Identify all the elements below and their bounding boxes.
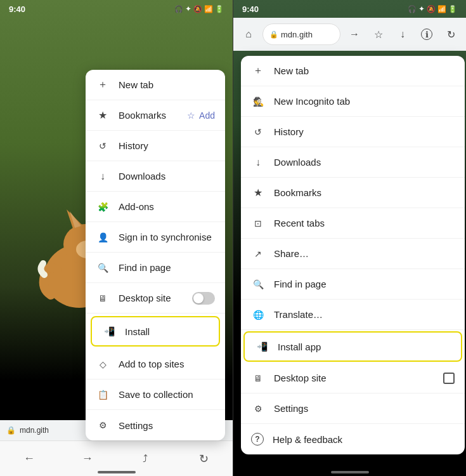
translate-label: Translate… xyxy=(274,309,455,320)
downloads-icon-r: ↓ xyxy=(251,155,265,169)
add-bookmark-label: Add xyxy=(199,110,215,121)
bluetooth-icon: ✦ xyxy=(185,4,191,13)
right-status-bar: 9:40 🎧 ✦ 🔕 📶 🔋 xyxy=(233,0,466,18)
menu-item-share[interactable]: ↗ Share… xyxy=(241,239,465,269)
top-sites-label: Add to top sites xyxy=(119,359,215,369)
left-panel: 9:40 🎧 ✦ 🔕 📶 🔋 ＋ New tab ★ Bookmarks ☆ xyxy=(0,0,233,476)
menu-item-addons[interactable]: 🧩 Add-ons xyxy=(86,192,225,222)
back-icon: ← xyxy=(23,452,35,465)
menu-item-find-r[interactable]: 🔍 Find in page xyxy=(241,269,465,300)
menu-item-desktop[interactable]: 🖥 Desktop site xyxy=(86,283,225,314)
menu-item-incognito[interactable]: 🕵 New Incognito tab xyxy=(241,86,465,117)
addr-refresh-icon: ↻ xyxy=(447,29,455,41)
right-wifi-icon: 📶 xyxy=(437,5,446,13)
desktop-icon-r: 🖥 xyxy=(251,371,265,385)
find-label: Find in page xyxy=(119,262,215,273)
new-tab-icon: ＋ xyxy=(96,78,110,92)
menu-item-translate[interactable]: 🌐 Translate… xyxy=(241,300,465,330)
install-app-highlight-wrapper: 📲 Install app xyxy=(241,330,465,363)
share-button[interactable]: ⤴ xyxy=(133,446,158,472)
settings-icon-r: ⚙ xyxy=(251,402,265,416)
recent-tabs-label: Recent tabs xyxy=(274,218,455,228)
addr-bookmark-button[interactable]: ☆ xyxy=(368,24,389,44)
menu-item-new-tab[interactable]: ＋ New tab xyxy=(86,70,225,100)
share-menu-icon: ↗ xyxy=(251,247,265,261)
install-highlight-wrapper: 📲 Install xyxy=(86,314,225,349)
install-label: Install xyxy=(125,326,209,337)
menu-item-settings-r[interactable]: ⚙ Settings xyxy=(241,393,465,424)
downloads-label: Downloads xyxy=(119,171,215,182)
menu-item-find[interactable]: 🔍 Find in page xyxy=(86,253,225,283)
translate-icon: 🌐 xyxy=(251,308,265,322)
addr-refresh-button[interactable]: ↻ xyxy=(441,24,461,44)
history-label: History xyxy=(119,140,215,151)
menu-item-install-app[interactable]: 📲 Install app xyxy=(243,331,462,362)
left-status-icons: 🎧 ✦ 🔕 📶 🔋 xyxy=(174,4,224,13)
add-bookmark-star-icon: ☆ xyxy=(187,110,195,121)
recent-tabs-icon: ⊡ xyxy=(251,216,265,230)
history-icon: ↺ xyxy=(96,139,110,153)
left-status-bar: 9:40 🎧 ✦ 🔕 📶 🔋 xyxy=(0,0,233,18)
bookmarks-icon-r: ★ xyxy=(251,186,265,200)
toggle-knob xyxy=(193,293,204,303)
desktop-label: Desktop site xyxy=(119,293,183,303)
find-label-r: Find in page xyxy=(274,279,455,289)
addr-download-icon: ↓ xyxy=(400,29,405,40)
menu-item-help[interactable]: ? Help & feedback xyxy=(241,424,465,454)
bookmarks-label-r: Bookmarks xyxy=(274,187,455,198)
menu-item-new-tab-r[interactable]: ＋ New tab xyxy=(241,56,465,86)
downloads-label-r: Downloads xyxy=(274,157,455,168)
right-status-icons: 🎧 ✦ 🔕 📶 🔋 xyxy=(408,4,457,13)
collection-icon: 📋 xyxy=(96,388,110,402)
menu-item-downloads-r[interactable]: ↓ Downloads xyxy=(241,147,465,178)
menu-item-history-r[interactable]: ↺ History xyxy=(241,117,465,147)
addr-download-button[interactable]: ↓ xyxy=(392,24,413,44)
menu-item-desktop-r[interactable]: 🖥 Desktop site xyxy=(241,363,465,393)
menu-item-recent-tabs[interactable]: ⊡ Recent tabs xyxy=(241,208,465,239)
incognito-icon: 🕵 xyxy=(251,95,265,109)
addons-icon: 🧩 xyxy=(96,200,110,214)
menu-item-downloads[interactable]: ↓ Downloads xyxy=(86,161,225,192)
forward-button[interactable]: → xyxy=(75,446,100,472)
menu-item-top-sites[interactable]: ◇ Add to top sites xyxy=(86,349,225,380)
menu-item-bookmarks[interactable]: ★ Bookmarks ☆ Add xyxy=(86,100,225,131)
new-tab-label-r: New tab xyxy=(274,65,455,76)
left-dropdown-menu: ＋ New tab ★ Bookmarks ☆ Add ↺ History ↓ … xyxy=(86,70,225,440)
forward-icon: → xyxy=(82,452,93,465)
find-icon-r: 🔍 xyxy=(251,277,265,291)
find-icon: 🔍 xyxy=(96,261,110,275)
desktop-toggle[interactable] xyxy=(192,292,215,305)
home-button[interactable]: ⌂ xyxy=(238,24,259,44)
menu-item-sign-in[interactable]: 👤 Sign in to synchronise xyxy=(86,222,225,253)
help-label: Help & feedback xyxy=(273,434,455,445)
back-button[interactable]: ← xyxy=(16,446,42,472)
sign-in-label: Sign in to synchronise xyxy=(119,232,215,242)
menu-item-settings[interactable]: ⚙ Settings xyxy=(86,410,225,440)
refresh-button[interactable]: ↻ xyxy=(191,446,216,472)
menu-item-collection[interactable]: 📋 Save to collection xyxy=(86,380,225,410)
left-lock-icon: 🔒 xyxy=(6,426,16,435)
headphone-icon: 🎧 xyxy=(174,5,183,13)
share-label: Share… xyxy=(274,248,455,259)
addr-info-icon: ℹ xyxy=(421,29,432,40)
desktop-icon: 🖥 xyxy=(96,291,110,305)
settings-label: Settings xyxy=(119,420,215,431)
refresh-icon: ↻ xyxy=(199,452,209,466)
menu-item-history[interactable]: ↺ History xyxy=(86,131,225,161)
right-time: 9:40 xyxy=(242,4,259,14)
url-display: mdn.gith xyxy=(281,30,313,39)
left-time: 9:40 xyxy=(9,4,25,14)
install-app-icon: 📲 xyxy=(255,340,269,354)
addr-forward-button[interactable]: → xyxy=(344,24,365,44)
menu-item-bookmarks-r[interactable]: ★ Bookmarks xyxy=(241,178,465,208)
addr-info-button[interactable]: ℹ xyxy=(417,24,437,44)
right-mute-icon: 🔕 xyxy=(427,5,436,13)
right-address-bar: ⌂ 🔒 mdn.gith → ☆ ↓ ℹ ↻ xyxy=(233,18,466,51)
bookmarks-label: Bookmarks xyxy=(119,110,178,121)
desktop-checkbox[interactable] xyxy=(443,373,455,384)
url-box[interactable]: 🔒 mdn.gith xyxy=(262,23,340,45)
bookmarks-add-btn[interactable]: ☆ Add xyxy=(187,110,215,121)
url-lock-icon: 🔒 xyxy=(269,30,278,39)
menu-item-install[interactable]: 📲 Install xyxy=(91,316,220,347)
top-sites-icon: ◇ xyxy=(96,357,110,371)
